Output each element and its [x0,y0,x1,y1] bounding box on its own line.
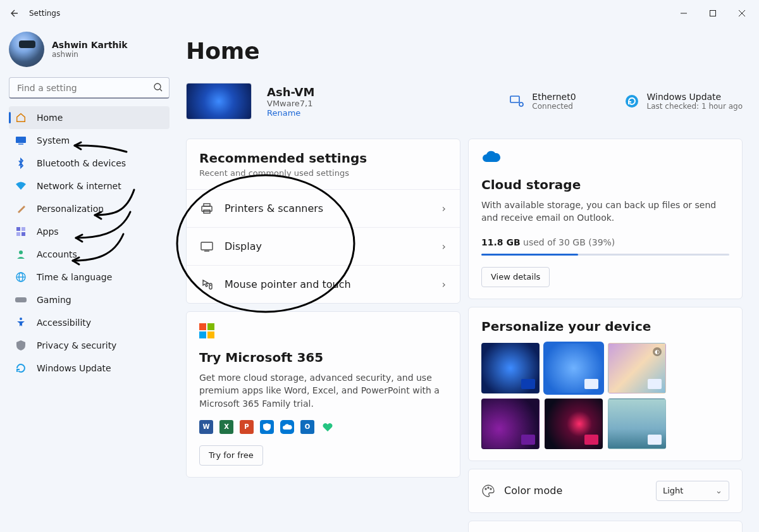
back-button[interactable] [3,2,25,25]
network-subtitle: Connected [532,102,576,111]
title-bar: Settings [0,0,759,27]
nav-accessibility[interactable]: Accessibility [9,311,170,334]
search-icon [153,82,163,95]
color-mode-value: Light [663,486,683,495]
browse-text: Browse more backgrounds, colors, and the… [481,530,729,532]
nav-update[interactable]: Windows Update [9,357,170,380]
network-title: Ethernet0 [532,92,576,102]
nav-label: Home [37,113,63,123]
nav-network[interactable]: Network & internet [9,175,170,197]
nav-label: Windows Update [37,363,111,373]
nav-home[interactable]: Home [9,106,170,129]
accessibility-icon [15,317,27,328]
chevron-right-icon: › [442,278,446,290]
nav-system[interactable]: System [9,129,170,152]
word-icon: W [199,420,213,434]
view-details-button[interactable]: View details [481,267,550,287]
display-icon [201,242,213,252]
nav-label: Network & internet [37,181,121,191]
rec-item-printers[interactable]: Printers & scanners › [187,189,460,227]
profile-name: Ashwin Karthik [52,40,128,50]
nav-time[interactable]: Time & language [9,266,170,288]
svg-point-27 [490,488,491,490]
personalize-heading: Personalize your device [481,319,729,334]
brush-icon [15,203,27,214]
update-status[interactable]: Windows Update Last checked: 1 hour ago [624,92,743,111]
theme-option-4[interactable] [481,399,540,449]
theme-option-2[interactable] [545,343,603,393]
onedrive-icon [280,420,294,434]
svg-point-12 [19,251,23,254]
profile-block[interactable]: Ashwin Karthik ashwin [9,32,170,76]
nav-apps[interactable]: Apps [9,220,170,243]
rename-link[interactable]: Rename [267,108,314,118]
theme-option-5[interactable] [545,399,603,449]
svg-point-25 [485,488,486,490]
svg-point-4 [154,84,161,90]
rec-item-display[interactable]: Display › [187,227,460,265]
svg-rect-23 [201,242,213,250]
shield-icon [15,340,27,351]
color-mode-card: Color mode Light ⌄ [468,469,743,513]
try-free-button[interactable]: Try for free [199,445,263,466]
home-icon [15,112,27,123]
svg-rect-7 [18,144,23,145]
nav-bluetooth[interactable]: Bluetooth & devices [9,152,170,175]
powerpoint-icon: P [240,420,254,434]
svg-rect-1 [710,11,716,16]
color-mode-label: Color mode [504,485,562,497]
microsoft-logo-icon [199,323,214,338]
nav-accounts[interactable]: Accounts [9,243,170,266]
svg-rect-9 [22,227,25,231]
recommended-sub: Recent and commonly used settings [199,168,447,178]
device-name: Ash-VM [267,85,314,99]
printer-icon [201,203,213,214]
update-status-icon [624,94,639,109]
browse-card[interactable]: Browse more backgrounds, colors, and the… [468,521,743,532]
rec-label: Display [225,240,262,252]
person-icon [15,249,27,260]
rec-label: Printers & scanners [225,202,323,214]
theme-option-6[interactable] [608,399,666,449]
ethernet-icon [509,94,524,109]
network-status[interactable]: Ethernet0 Connected [509,92,576,111]
app-title: Settings [29,9,60,18]
nav-label: Accounts [37,249,77,259]
cloud-heading: Cloud storage [481,177,729,192]
chevron-right-icon: › [442,202,446,214]
minimize-button[interactable] [669,3,698,23]
search-box[interactable] [9,77,170,99]
svg-point-26 [488,487,489,488]
main-content: Home Ash-VM VMware7,1 Rename Ethernet0 C… [177,27,759,532]
svg-rect-11 [22,232,25,236]
maximize-button[interactable] [698,3,727,23]
close-button[interactable] [727,3,756,23]
nav-gaming[interactable]: Gaming [9,288,170,311]
storage-text: 11.8 GB used of 30 GB (39%) [481,237,729,247]
theme-grid: ◐ [481,343,729,449]
cloud-body: With available storage, you can back up … [481,199,729,225]
theme-option-3[interactable]: ◐ [608,343,666,393]
nav-label: Bluetooth & devices [37,158,126,168]
color-mode-select[interactable]: Light ⌄ [656,481,729,501]
nav-label: Gaming [37,295,71,305]
info-row: Ash-VM VMware7,1 Rename Ethernet0 Connec… [186,83,743,120]
svg-point-18 [519,102,523,106]
search-input[interactable] [9,77,170,99]
ms365-app-icons: W X P O [199,420,447,434]
svg-line-5 [160,89,162,91]
theme-option-1[interactable] [481,343,540,393]
nav-privacy[interactable]: Privacy & security [9,334,170,357]
rec-item-mouse[interactable]: Mouse pointer and touch › [187,265,460,303]
wifi-icon [15,180,27,192]
apps-icon [15,226,27,237]
svg-rect-10 [16,232,20,236]
gaming-icon [15,294,27,306]
arrow-left-icon [9,8,19,18]
recommended-card: Recommended settings Recent and commonly… [186,139,460,304]
profile-username: ashwin [52,50,128,59]
family-icon [321,420,335,434]
ms365-body: Get more cloud storage, advanced securit… [199,371,447,410]
device-model: VMware7,1 [267,99,314,108]
nav-personalization[interactable]: Personalization [9,197,170,220]
